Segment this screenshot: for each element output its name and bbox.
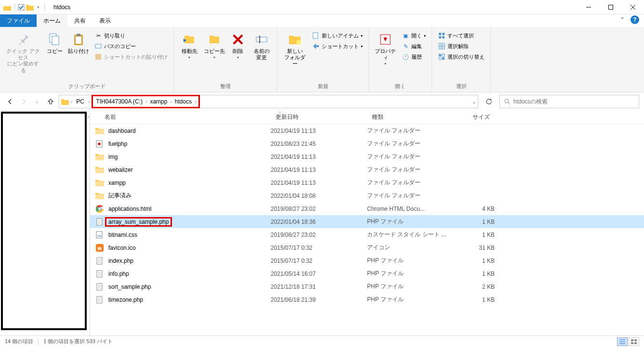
- crumb-pc[interactable]: PC: [74, 97, 86, 106]
- column-header-date[interactable]: 更新日時: [271, 113, 367, 121]
- file-row[interactable]: 記事済み2022/01/04 18:08ファイル フォルダー: [90, 189, 644, 202]
- file-row[interactable]: applications.html2019/08/27 23:02Chrome …: [90, 202, 644, 215]
- ribbon-group-open: プロパティ▾ ▣開く ▾ ✎編集 🕐履歴 開く: [369, 27, 432, 92]
- window-title: htdocs: [50, 4, 70, 11]
- copy-button[interactable]: コピー: [44, 31, 65, 55]
- file-icon: [95, 165, 105, 175]
- navigation-pane[interactable]: ⌃: [0, 111, 90, 335]
- copy-path-button[interactable]: パスのコピー: [92, 41, 170, 51]
- select-all-icon: [438, 32, 446, 39]
- up-button[interactable]: [45, 96, 56, 107]
- file-date: 2019/08/27 23:02: [271, 231, 367, 238]
- file-name: applications.html: [108, 206, 271, 212]
- select-all-button[interactable]: すべて選択: [436, 31, 486, 40]
- file-row[interactable]: index.php2015/07/17 0:32PHP ファイル1 KB: [90, 254, 644, 267]
- file-row[interactable]: fuelphp2021/08/23 21:45ファイル フォルダー: [90, 137, 644, 150]
- file-type: PHP ファイル: [367, 218, 447, 226]
- collapse-ribbon-icon[interactable]: ⌃: [620, 16, 625, 23]
- new-folder-button[interactable]: 新しい フォルダー: [281, 31, 308, 68]
- file-row[interactable]: timezone.php2021/06/18 21:39PHP ファイル1 KB: [90, 293, 644, 306]
- select-none-button[interactable]: 選択解除: [436, 41, 486, 51]
- column-header-name[interactable]: 名前: [90, 113, 271, 121]
- address-bar[interactable]: › PC › TIH0447300A (C:) › xampp › htdocs…: [59, 95, 478, 108]
- cut-button[interactable]: ✂切り取り: [92, 31, 170, 40]
- file-row[interactable]: webalizer2021/04/19 11:13ファイル フォルダー: [90, 163, 644, 176]
- crumb-xampp[interactable]: xampp: [148, 97, 169, 106]
- delete-button[interactable]: 削除▾: [228, 31, 248, 61]
- help-icon[interactable]: ?: [631, 15, 639, 24]
- file-name: array_sum_sample.php: [108, 217, 271, 227]
- file-row[interactable]: cssbitnami.css2019/08/27 23:02カスケード スタイル…: [90, 228, 644, 241]
- refresh-button[interactable]: [481, 95, 497, 108]
- chevron-right-icon[interactable]: ›: [70, 99, 73, 104]
- easy-access-button[interactable]: ショートカット ▾: [310, 41, 365, 51]
- chevron-right-icon[interactable]: ›: [169, 99, 172, 104]
- search-input[interactable]: [513, 98, 635, 105]
- open-button[interactable]: ▣開く ▾: [400, 31, 428, 40]
- history-button[interactable]: 🕐履歴: [400, 52, 428, 62]
- svg-point-31: [505, 99, 509, 103]
- file-row[interactable]: dashboard2021/04/19 11:13ファイル フォルダー: [90, 124, 644, 137]
- svg-rect-17: [313, 33, 318, 39]
- column-header-size[interactable]: サイズ: [447, 113, 495, 121]
- chevron-right-icon[interactable]: ›: [194, 99, 197, 104]
- file-type: ファイル フォルダー: [367, 179, 447, 187]
- chevron-up-icon[interactable]: ⌃: [86, 116, 90, 121]
- copy-to-icon: [207, 32, 222, 47]
- svg-rect-19: [439, 33, 441, 35]
- chevron-right-icon[interactable]: ›: [87, 99, 91, 104]
- invert-selection-button[interactable]: 選択の切り替え: [436, 52, 486, 62]
- properties-button[interactable]: プロパティ▾: [373, 31, 398, 67]
- invert-icon: [438, 53, 446, 61]
- address-dropdown-icon[interactable]: ⌄: [472, 99, 476, 104]
- highlighted-path: TIH0447300A (C:) › xampp › htdocs ›: [92, 95, 199, 108]
- file-name: index.php: [108, 257, 271, 264]
- paste-button[interactable]: 貼り付け: [66, 31, 91, 55]
- crumb-drive[interactable]: TIH0447300A (C:): [94, 97, 145, 106]
- svg-rect-67: [631, 342, 633, 344]
- icons-view-button[interactable]: [629, 337, 639, 346]
- file-date: 2021/04/19 11:13: [271, 180, 367, 186]
- paste-shortcut-button[interactable]: ショートカットの貼り付け: [92, 52, 170, 62]
- chevron-right-icon[interactable]: ›: [145, 99, 148, 104]
- edit-icon: ✎: [402, 42, 409, 50]
- file-date: 2021/04/19 11:13: [271, 128, 367, 134]
- copy-to-button[interactable]: コピー先▾: [203, 31, 226, 61]
- maximize-button[interactable]: [600, 0, 622, 14]
- file-size: 1 KB: [447, 231, 495, 238]
- file-row[interactable]: xampp2021/04/19 11:13ファイル フォルダー: [90, 176, 644, 189]
- move-to-icon: [182, 32, 197, 47]
- close-button[interactable]: [622, 0, 644, 14]
- file-row[interactable]: img2021/04/19 11:13ファイル フォルダー: [90, 150, 644, 163]
- svg-rect-26: [442, 47, 445, 49]
- file-row[interactable]: sort_sample.php2021/12/18 17:31PHP ファイル2…: [90, 280, 644, 293]
- svg-rect-8: [76, 37, 81, 44]
- file-date: 2022/01/04 18:36: [271, 218, 367, 225]
- svg-rect-2: [609, 5, 613, 9]
- recent-dropdown-icon[interactable]: ⌄: [32, 96, 42, 107]
- forward-button[interactable]: [18, 96, 29, 107]
- move-to-button[interactable]: 移動先▾: [178, 31, 201, 61]
- qat-checkbox-icon[interactable]: [18, 4, 25, 11]
- rename-button[interactable]: 名前の 変更: [250, 31, 273, 62]
- column-header-type[interactable]: 種類: [367, 113, 447, 121]
- tab-file[interactable]: ファイル: [0, 14, 37, 27]
- file-name: 記事済み: [108, 192, 271, 200]
- search-box[interactable]: [499, 95, 639, 108]
- file-row[interactable]: ജfavicon.ico2015/07/17 0:32アイコン31 KB: [90, 241, 644, 254]
- file-row[interactable]: array_sum_sample.php2022/01/04 18:36PHP …: [90, 215, 644, 228]
- tab-share[interactable]: 共有: [67, 14, 92, 27]
- qat-folder-icon[interactable]: [26, 3, 34, 12]
- edit-button[interactable]: ✎編集: [400, 41, 428, 51]
- file-row[interactable]: info.php2021/05/14 16:07PHP ファイル1 KB: [90, 267, 644, 280]
- crumb-htdocs[interactable]: htdocs: [173, 97, 194, 106]
- back-button[interactable]: [5, 96, 15, 107]
- svg-rect-20: [442, 33, 445, 35]
- tab-home[interactable]: ホーム: [37, 14, 67, 27]
- tab-view[interactable]: 表示: [92, 14, 118, 27]
- pin-to-quick-access-button[interactable]: クイック アクセス にピン留めする: [4, 31, 42, 75]
- new-item-button[interactable]: 新しいアイテム ▾: [310, 31, 365, 40]
- minimize-button[interactable]: [578, 0, 600, 14]
- details-view-button[interactable]: [617, 337, 628, 346]
- qat-dropdown-icon[interactable]: ▾: [35, 5, 41, 10]
